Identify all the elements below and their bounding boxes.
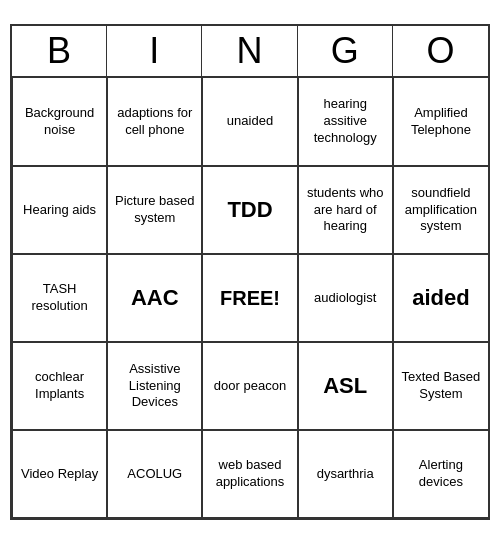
bingo-cell-r1-c3: students who are hard of hearing	[298, 166, 393, 254]
bingo-cell-r3-c3: ASL	[298, 342, 393, 430]
header-letter-i: I	[107, 26, 202, 76]
bingo-cell-r0-c2: unaided	[202, 78, 297, 166]
bingo-cell-r3-c4: Texted Based System	[393, 342, 488, 430]
bingo-cell-r4-c1: ACOLUG	[107, 430, 202, 518]
bingo-cell-r0-c3: hearing assitive technology	[298, 78, 393, 166]
bingo-cell-r4-c3: dysarthria	[298, 430, 393, 518]
bingo-card: BINGO Background noiseadaptions for cell…	[10, 24, 490, 520]
bingo-cell-r0-c0: Background noise	[12, 78, 107, 166]
header-letter-n: N	[202, 26, 297, 76]
header-letter-o: O	[393, 26, 488, 76]
bingo-cell-r4-c0: Video Replay	[12, 430, 107, 518]
bingo-cell-r3-c0: cochlear Implants	[12, 342, 107, 430]
bingo-cell-r1-c1: Picture based system	[107, 166, 202, 254]
header-letter-g: G	[298, 26, 393, 76]
bingo-cell-r4-c4: Alerting devices	[393, 430, 488, 518]
header-letter-b: B	[12, 26, 107, 76]
bingo-cell-r1-c4: soundfield amplification system	[393, 166, 488, 254]
bingo-cell-r4-c2: web based applications	[202, 430, 297, 518]
bingo-cell-r2-c4: aided	[393, 254, 488, 342]
bingo-cell-r0-c4: Amplified Telephone	[393, 78, 488, 166]
bingo-grid: Background noiseadaptions for cell phone…	[12, 78, 488, 518]
bingo-header: BINGO	[12, 26, 488, 78]
bingo-cell-r2-c0: TASH resolution	[12, 254, 107, 342]
bingo-cell-r2-c1: AAC	[107, 254, 202, 342]
bingo-cell-r0-c1: adaptions for cell phone	[107, 78, 202, 166]
bingo-cell-r1-c2: TDD	[202, 166, 297, 254]
bingo-cell-r3-c1: Assistive Listening Devices	[107, 342, 202, 430]
bingo-cell-r2-c3: audiologist	[298, 254, 393, 342]
bingo-cell-r1-c0: Hearing aids	[12, 166, 107, 254]
bingo-cell-r3-c2: door peacon	[202, 342, 297, 430]
bingo-cell-r2-c2: FREE!	[202, 254, 297, 342]
